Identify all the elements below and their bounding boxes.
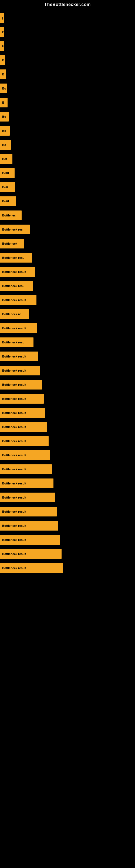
bar-row: Bottleneck result [0,448,135,462]
bar-label: Bo [0,84,7,93]
bar-row: Bottlenec [0,208,135,222]
bar-label: Bottleneck result [0,366,40,375]
bar-row: Bo [0,124,135,138]
bar-row: Bottleneck result [0,364,135,378]
bar-label: B [0,55,5,65]
bar-row: Bottl [0,166,135,180]
bar-row: Bottl [0,194,135,208]
bar-label: Bottlenec [0,211,21,220]
bar-label: Bottleneck re [0,309,29,319]
bar-label: P [0,27,4,37]
bar-label: Bottleneck result [0,422,47,432]
bar-label: Bottleneck result [0,436,49,446]
bar-row: Bottleneck result [0,293,135,307]
bar-row: Bottleneck result [0,476,135,490]
bar-row: Bottleneck result [0,392,135,406]
bar-row: Bottleneck result [0,265,135,279]
bar-label: Bottleneck result [0,507,57,517]
bar-row: Bottleneck resu [0,251,135,265]
bar-label: Bottleneck result [0,464,52,474]
bar-row: E [0,39,135,53]
bar-row: Bottleneck result [0,321,135,335]
bar-label: Bottleneck result [0,380,42,390]
bar-label: Bottleneck result [0,267,35,277]
bars-container: |PEBBBoBBoBoBoBotBottlBottBottlBottlenec… [0,8,135,578]
bar-row: Bottleneck result [0,349,135,364]
bar-row: Bottleneck result [0,561,135,575]
bar-row: Bot [0,152,135,166]
bar-row: Bottleneck resu [0,279,135,293]
bar-label: Bot [0,154,12,164]
site-title: TheBottlenecker.com [0,0,135,8]
bar-label: Bottleneck result [0,521,58,531]
bar-row: Bott [0,180,135,194]
bar-label: Bottleneck resu [0,337,34,347]
bar-label: Bott [0,182,15,192]
bar-row: Bottleneck result [0,547,135,561]
bar-label: Bo [0,140,11,150]
bar-row: Bottleneck result [0,462,135,476]
bar-row: Bottleneck resu [0,335,135,349]
bar-label: Bottleneck result [0,351,38,361]
bar-label: Bottleneck result [0,323,37,333]
bar-row: Bottleneck re [0,307,135,321]
bar-label: Bottl [0,196,16,206]
bar-row: Bottleneck result [0,519,135,533]
bar-row: Bottleneck result [0,378,135,392]
bar-label: B [0,98,8,107]
bar-label: Bottleneck result [0,549,61,559]
bar-row: P [0,25,135,39]
bar-label: Bottleneck result [0,535,60,545]
bar-label: Bottleneck result [0,394,44,404]
bar-row: Bo [0,110,135,124]
bar-row: Bottleneck [0,237,135,251]
bar-row: Bottleneck result [0,420,135,434]
bar-label: Bo [0,112,9,122]
bar-label: Bo [0,126,10,135]
bar-label: Bottleneck resu [0,281,33,291]
bar-label: Bottleneck result [0,450,50,460]
bar-label: Bottleneck [0,239,24,248]
bar-row: Bottleneck result [0,406,135,420]
bar-label: Bottleneck resu [0,253,32,262]
bar-label: Bottleneck result [0,563,63,573]
bar-row: Bottleneck res [0,222,135,237]
bar-row: | [0,11,135,25]
bar-label: Bottl [0,168,14,178]
bar-row: Bottleneck result [0,504,135,519]
bar-label: Bottleneck result [0,478,53,488]
bar-label: Bottleneck result [0,408,45,418]
bar-row: Bo [0,82,135,95]
bar-row: B [0,95,135,110]
bar-row: Bo [0,138,135,152]
bar-row: Bottleneck result [0,434,135,448]
bar-row: Bottleneck result [0,490,135,504]
bar-label: B [0,69,6,79]
bar-label: Bottleneck result [0,295,37,305]
bar-row: B [0,67,135,82]
bar-row: Bottleneck result [0,533,135,547]
bar-label: Bottleneck result [0,493,55,502]
bar-label: Bottleneck res [0,225,30,235]
bar-row: B [0,53,135,67]
bar-label: | [0,13,4,23]
bar-label: E [0,41,4,51]
